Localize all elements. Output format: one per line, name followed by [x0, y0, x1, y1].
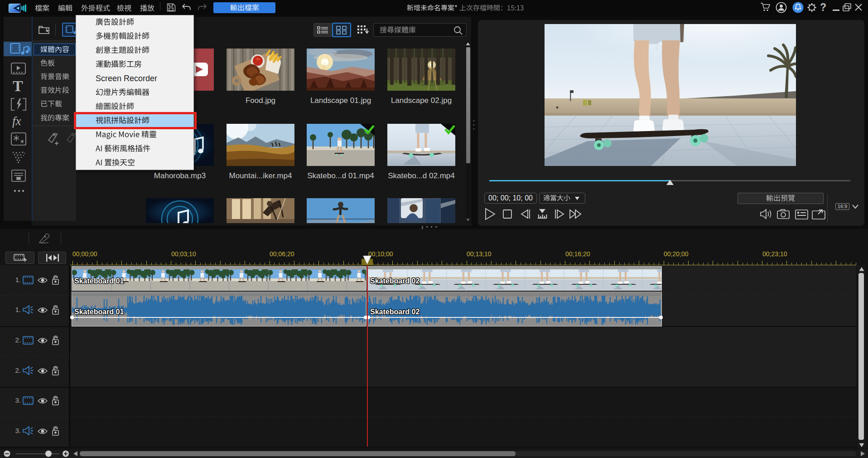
svg-text:Skateboard 02: Skateboard 02 [370, 277, 420, 285]
svg-text:Skateboard 01: Skateboard 01 [74, 308, 124, 316]
svg-text:T: T [13, 78, 23, 94]
svg-text:Skateboard 02: Skateboard 02 [370, 308, 420, 316]
svg-text:Skateboard 01: Skateboard 01 [74, 277, 124, 285]
svg-text:00;00;00: 00;00;00 [72, 250, 97, 258]
svg-text:00;20;00: 00;20;00 [664, 250, 689, 258]
svg-text:00;03;10: 00;03;10 [171, 250, 196, 258]
svg-text:3.: 3. [15, 427, 21, 434]
svg-text:1.: 1. [15, 306, 21, 313]
svg-text:1.: 1. [15, 276, 21, 283]
svg-text:00;13;10: 00;13;10 [467, 250, 492, 258]
svg-text:3.: 3. [15, 396, 21, 404]
svg-text:2.: 2. [15, 366, 21, 374]
svg-text:fx: fx [12, 114, 21, 128]
svg-text:?: ? [820, 1, 826, 13]
svg-text:00;16;20: 00;16;20 [565, 250, 590, 258]
svg-text:2.: 2. [15, 336, 21, 344]
svg-text:00;06;20: 00;06;20 [270, 250, 294, 258]
svg-text:00;23;10: 00;23;10 [762, 250, 787, 258]
